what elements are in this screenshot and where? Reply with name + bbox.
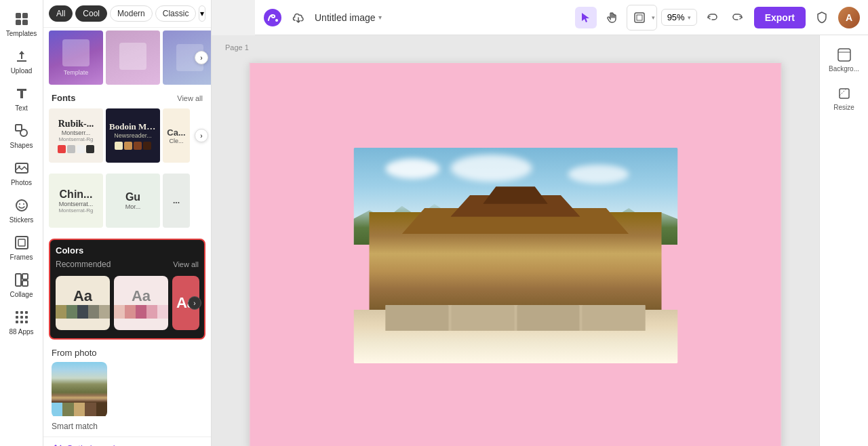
filter-tab-all[interactable]: All <box>49 5 73 22</box>
template-card-1[interactable]: Template <box>49 31 103 85</box>
font-card-rubik[interactable]: Rubik-... Montserr... Montserrat-Rg <box>49 108 103 163</box>
photos-icon <box>14 160 30 176</box>
font-card-bodoin-title: Bodoin Mo... <box>109 121 157 132</box>
sidebar-label-stickers: Stickers <box>9 216 34 224</box>
svg-rect-11 <box>16 237 28 249</box>
font-card-chin2[interactable]: Gu Mor... <box>106 174 160 228</box>
template-card-2[interactable] <box>106 31 160 85</box>
fonts-scroll-right-button[interactable]: › <box>195 129 208 142</box>
templates-icon <box>14 11 30 27</box>
from-photo-card[interactable] <box>52 362 107 418</box>
canvas-image[interactable] <box>353 148 677 363</box>
canvas-area[interactable]: Page 1 <box>212 35 819 446</box>
svg-point-26 <box>275 19 278 22</box>
collage-icon <box>14 272 30 288</box>
sidebar: Templates Upload Text Shapes <box>0 0 43 446</box>
sidebar-item-photos[interactable]: Photos <box>3 155 41 192</box>
sidebar-label-frames: Frames <box>10 254 33 261</box>
svg-rect-27 <box>635 13 644 22</box>
font-card-ca[interactable]: Ca... Cle... <box>163 108 190 163</box>
font-card-rubik-sub2: Montserrat-Rg <box>58 136 93 142</box>
doc-title-area[interactable]: Untitled image ▾ <box>315 12 382 23</box>
filter-more-button[interactable]: ▾ <box>199 5 205 22</box>
right-panel-background[interactable]: Backgro... <box>825 41 863 79</box>
select-tool-button[interactable] <box>575 7 597 28</box>
svg-rect-12 <box>18 239 25 246</box>
sidebar-item-apps[interactable]: 88 Apps <box>3 304 41 341</box>
font-card-bodoin-sub: Newsreader... <box>114 132 152 139</box>
canvas-page[interactable] <box>250 62 782 446</box>
font-card-partial[interactable]: ... <box>163 174 190 228</box>
color-card-pink[interactable]: Aa <box>114 276 168 330</box>
redo-button[interactable] <box>727 7 749 28</box>
frame-tool-button[interactable] <box>629 7 650 28</box>
colors-scroll-right-button[interactable]: › <box>188 296 201 310</box>
color-card-warm[interactable]: Aa <box>56 276 110 330</box>
color-card-warm-aa: Aa <box>73 287 92 305</box>
sidebar-item-shapes[interactable]: Shapes <box>3 117 41 155</box>
user-avatar[interactable]: A <box>838 7 860 28</box>
zoom-control[interactable]: 95% ▾ <box>661 9 697 26</box>
font-card-rubik-sub: Montserr... <box>62 129 91 136</box>
svg-rect-15 <box>22 281 28 286</box>
font-card-bodoin[interactable]: Bodoin Mo... Newsreader... <box>106 108 160 163</box>
optimize-color-label: Optimize color <box>66 443 123 447</box>
sidebar-label-shapes: Shapes <box>10 142 33 149</box>
from-photo-section: From photo Smart match <box>43 345 211 437</box>
file-cloud-icon[interactable] <box>288 7 309 28</box>
colors-section-header: Colors <box>56 245 199 260</box>
filter-tab-cool[interactable]: Cool <box>75 5 107 22</box>
sidebar-item-text[interactable]: Text <box>3 80 41 117</box>
recommended-label: Recommended <box>56 260 111 269</box>
background-icon <box>837 47 852 62</box>
pan-tool-button[interactable] <box>601 7 623 28</box>
photo-palette-image <box>52 362 107 403</box>
topbar: Untitled image ▾ <box>255 0 868 35</box>
sidebar-item-upload[interactable]: Upload <box>3 43 41 80</box>
svg-rect-16 <box>16 311 18 314</box>
svg-rect-13 <box>16 274 21 286</box>
filter-tab-classic[interactable]: Classic <box>155 5 197 22</box>
right-panel-resize[interactable]: Resize <box>825 79 863 118</box>
photo-palette-swatches <box>52 403 107 416</box>
smart-match-label: Smart match <box>52 422 203 431</box>
color-card-pink-aa: Aa <box>132 287 151 305</box>
svg-rect-17 <box>20 311 23 314</box>
svg-rect-14 <box>22 274 28 279</box>
sidebar-item-collage[interactable]: Collage <box>3 266 41 304</box>
colors-view-all-button[interactable]: View all <box>173 260 199 268</box>
shield-icon[interactable] <box>811 7 833 28</box>
filter-tab-modern[interactable]: Modern <box>110 5 153 22</box>
resize-label: Resize <box>833 104 854 111</box>
sidebar-item-stickers[interactable]: Stickers <box>3 192 41 229</box>
right-panel: Backgro... Resize <box>819 35 868 446</box>
frames-icon <box>14 235 30 251</box>
undo-button[interactable] <box>701 7 723 28</box>
font-card-rubik-swatches <box>58 145 94 153</box>
font-card-bodoin-swatches <box>115 142 151 150</box>
canva-logo[interactable] <box>263 8 282 27</box>
sidebar-item-templates[interactable]: Templates <box>3 5 41 43</box>
svg-rect-28 <box>637 15 642 20</box>
export-button[interactable]: Export <box>754 7 806 28</box>
svg-point-9 <box>19 203 20 205</box>
fonts-view-all-button[interactable]: View all <box>177 94 203 102</box>
svg-rect-19 <box>16 316 18 319</box>
main-content: Untitled image ▾ <box>212 0 868 446</box>
font-card-rubik-title: Rubik-... <box>58 119 94 129</box>
template-cards-row: Template › <box>43 28 211 87</box>
template-scroll-right-button[interactable]: › <box>195 51 208 64</box>
sidebar-item-frames[interactable]: Frames <box>3 229 41 266</box>
design-panel: All Cool Modern Classic ▾ Template › Fon… <box>43 0 212 446</box>
optimize-color-button[interactable]: Optimize color <box>43 437 211 446</box>
sidebar-label-collage: Collage <box>10 291 33 298</box>
svg-rect-2 <box>16 20 21 25</box>
font-card-gu-title: Gu <box>125 191 140 203</box>
frame-tool-group[interactable]: ▾ <box>627 5 657 31</box>
page-label: Page 1 <box>225 43 249 52</box>
frame-tool-chevron: ▾ <box>652 14 655 21</box>
font-card-chin[interactable]: Chin... Montserrat... Montserrat-Rg <box>49 174 103 228</box>
sidebar-label-photos: Photos <box>11 179 32 186</box>
upload-icon <box>14 48 30 64</box>
fonts-cards-row: Rubik-... Montserr... Montserrat-Rg Bodo… <box>43 106 211 165</box>
